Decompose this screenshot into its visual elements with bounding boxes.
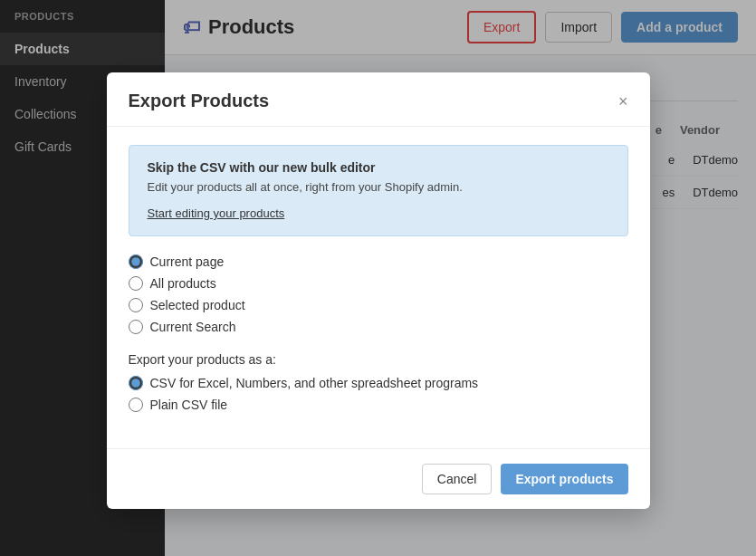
export-products-button[interactable]: Export products — [501, 464, 627, 494]
export-as-label: Export your products as a: — [129, 352, 628, 367]
export-format-group: CSV for Excel, Numbers, and other spread… — [129, 376, 628, 412]
radio-csv-excel[interactable]: CSV for Excel, Numbers, and other spread… — [129, 376, 628, 390]
modal-body: Skip the CSV with our new bulk editor Ed… — [107, 127, 650, 448]
modal-header: Export Products × — [107, 72, 650, 127]
modal-footer: Cancel Export products — [107, 448, 650, 509]
modal-title: Export Products — [129, 91, 270, 111]
modal-close-button[interactable]: × — [618, 93, 628, 110]
info-box-title: Skip the CSV with our new bulk editor — [148, 160, 609, 175]
radio-current-page[interactable]: Current page — [129, 254, 628, 269]
info-box-text: Edit your products all at once, right fr… — [148, 180, 609, 194]
start-editing-link[interactable]: Start editing your products — [148, 206, 285, 220]
radio-selected-product[interactable]: Selected product — [129, 298, 628, 312]
export-modal: Export Products × Skip the CSV with our … — [107, 72, 650, 509]
radio-current-search[interactable]: Current Search — [129, 320, 628, 334]
modal-overlay: Export Products × Skip the CSV with our … — [0, 0, 756, 556]
export-scope-group: Current page All products Selected produ… — [129, 254, 628, 334]
radio-all-products[interactable]: All products — [129, 276, 628, 291]
info-box: Skip the CSV with our new bulk editor Ed… — [129, 145, 628, 236]
cancel-button[interactable]: Cancel — [422, 464, 493, 494]
radio-plain-csv[interactable]: Plain CSV file — [129, 398, 628, 412]
